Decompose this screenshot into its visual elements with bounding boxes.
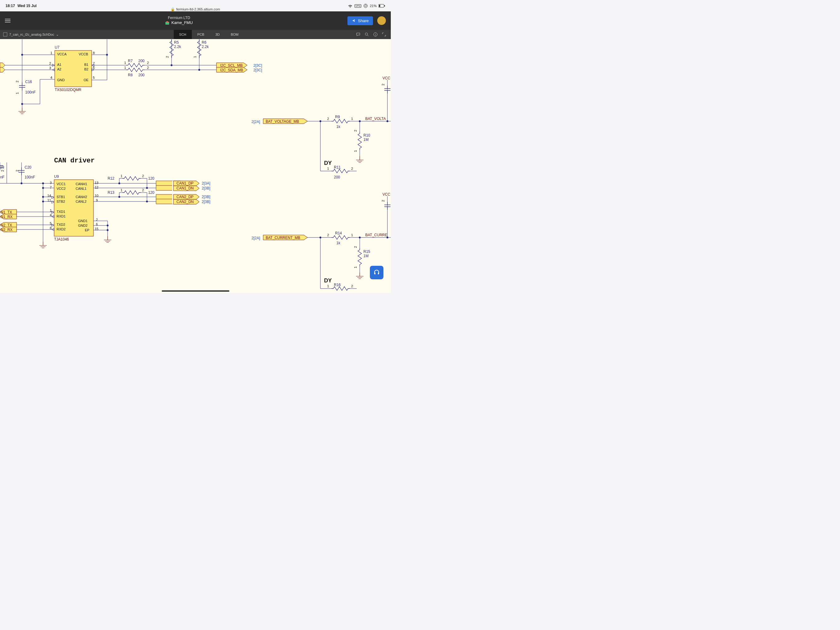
svg-text:2[2A]: 2[2A] (251, 236, 260, 240)
svg-text:100nF: 100nF (25, 90, 36, 95)
avatar[interactable] (377, 16, 386, 25)
battery-icon (379, 4, 385, 8)
svg-point-144 (146, 187, 148, 189)
search-icon[interactable] (364, 32, 369, 37)
svg-text:VCC2: VCC2 (57, 187, 65, 190)
tab-bom[interactable]: BOM (225, 30, 244, 39)
svg-text:VCC: VCC (382, 192, 390, 196)
svg-text:VCC1: VCC1 (57, 182, 65, 186)
u7-designator: U7 (55, 45, 60, 49)
svg-text:3: 3 (49, 66, 51, 70)
tab-sch[interactable]: SCH (174, 30, 192, 39)
svg-text:19: 19 (0, 165, 4, 169)
fullscreen-icon[interactable] (382, 32, 387, 37)
svg-text:R15: R15 (363, 250, 370, 254)
svg-text:B2: B2 (84, 67, 88, 71)
svg-text:1: 1 (124, 66, 126, 70)
svg-text:2.2k: 2.2k (202, 44, 209, 49)
share-button[interactable]: Share (347, 16, 373, 25)
svg-text:R8: R8 (128, 73, 133, 77)
svg-text:CANL2: CANL2 (76, 199, 87, 203)
netlabel-i2c-scl: I2C_SCL_MB (220, 63, 243, 68)
svg-text:2: 2 (327, 233, 329, 237)
document-name: 7_can_rc_i2c_analog.SchDoc (9, 33, 54, 36)
svg-text:C16: C16 (25, 80, 32, 84)
share-label: Share (358, 19, 369, 23)
share-icon (352, 19, 355, 22)
project-name[interactable]: Kame_FMU (171, 20, 193, 25)
svg-text:1k: 1k (336, 241, 341, 245)
status-time: 18:17 (6, 4, 15, 8)
help-fab[interactable] (370, 266, 384, 279)
svg-text:1: 1 (327, 284, 329, 288)
svg-text:C20: C20 (25, 165, 32, 169)
svg-text:1k: 1k (336, 125, 341, 129)
svg-text:8: 8 (50, 226, 52, 230)
svg-point-69 (198, 69, 200, 71)
view-toolbar: 7_can_rc_i2c_analog.SchDoc ⌄ SCH PCB 3D … (0, 30, 391, 39)
svg-text:1: 1 (124, 61, 126, 65)
svg-text:2: 2 (351, 167, 353, 171)
svg-text:2: 2 (15, 81, 19, 82)
svg-text:RXD1: RXD1 (57, 214, 65, 218)
svg-text:R12: R12 (107, 176, 114, 180)
svg-text:2: 2 (327, 117, 329, 120)
svg-text:0nF: 0nF (0, 175, 5, 179)
svg-text:2[3B]: 2[3B] (202, 199, 210, 204)
svg-text:1: 1 (351, 233, 353, 237)
svg-line-8 (368, 35, 368, 36)
bat-voltage-block: VCC 2 2[2A] BAT_VOLTAGE_MB R9 1k 2 1 BAT… (251, 76, 391, 179)
svg-text:VCCB: VCCB (79, 52, 88, 56)
chevron-down-icon: ⌄ (56, 33, 59, 36)
svg-text:4: 4 (50, 213, 52, 217)
svg-text:1: 1 (354, 150, 357, 152)
svg-text:BAT_CURRENT_MB: BAT_CURRENT_MB (266, 236, 300, 240)
schematic-svg: I2C buffer VCC3 VCCA U7 TXS0102DQMR VCCA… (0, 40, 391, 293)
app-header: Fermium LTD Kame_FMU Share (0, 11, 391, 30)
headset-icon (373, 269, 381, 276)
comments-icon[interactable] (356, 32, 361, 37)
home-indicator[interactable] (162, 290, 229, 291)
lock-icon: 🔒 (171, 7, 175, 11)
svg-text:2: 2 (142, 174, 144, 178)
svg-point-154 (146, 201, 148, 203)
svg-text:1: 1 (50, 209, 52, 212)
info-icon[interactable] (373, 32, 378, 37)
document-selector[interactable]: 7_can_rc_i2c_analog.SchDoc ⌄ (0, 32, 62, 36)
menu-button[interactable] (5, 18, 11, 24)
svg-text:2: 2 (147, 61, 149, 65)
netlabel-i2c-sda: I2C_SDA_MB (220, 68, 243, 72)
svg-text:120: 120 (148, 190, 154, 195)
tab-3d[interactable]: 3D (210, 30, 225, 39)
svg-text:VCC: VCC (382, 76, 390, 80)
browser-url-bar[interactable]: 🔒fermium-ltd-2.365.altium.com (0, 7, 391, 11)
svg-text:VCCA: VCCA (57, 52, 67, 56)
svg-text:2[3C]: 2[3C] (253, 68, 262, 72)
svg-text:2: 2 (354, 246, 357, 248)
svg-text:N1_TX: N1_TX (1, 210, 12, 214)
svg-text:2: 2 (142, 188, 144, 192)
svg-text:U9: U9 (54, 174, 59, 179)
svg-text:R16: R16 (334, 283, 341, 287)
svg-text:2[2A]: 2[2A] (251, 120, 260, 124)
svg-text:2[3B]: 2[3B] (202, 186, 210, 190)
svg-text:1: 1 (351, 117, 353, 120)
section-can-title: CAN driver (54, 157, 95, 165)
svg-text:A2: A2 (57, 67, 61, 71)
svg-point-124 (42, 187, 44, 189)
svg-text:1: 1 (51, 51, 52, 55)
tab-pcb[interactable]: PCB (192, 30, 210, 39)
svg-rect-6 (3, 33, 7, 36)
svg-text:2: 2 (147, 66, 149, 70)
svg-text:1: 1 (15, 92, 19, 94)
svg-text:2: 2 (49, 62, 51, 65)
svg-text:2: 2 (381, 200, 385, 202)
svg-text:R5: R5 (174, 40, 179, 44)
svg-text:N2_TX: N2_TX (1, 223, 12, 227)
project-icon (165, 21, 169, 25)
schematic-canvas[interactable]: I2C buffer VCC3 VCCA U7 TXS0102DQMR VCCA… (0, 40, 391, 293)
svg-text:1: 1 (120, 188, 122, 192)
svg-point-68 (171, 64, 172, 66)
svg-text:7: 7 (93, 62, 95, 65)
svg-text:STB1: STB1 (57, 195, 65, 199)
